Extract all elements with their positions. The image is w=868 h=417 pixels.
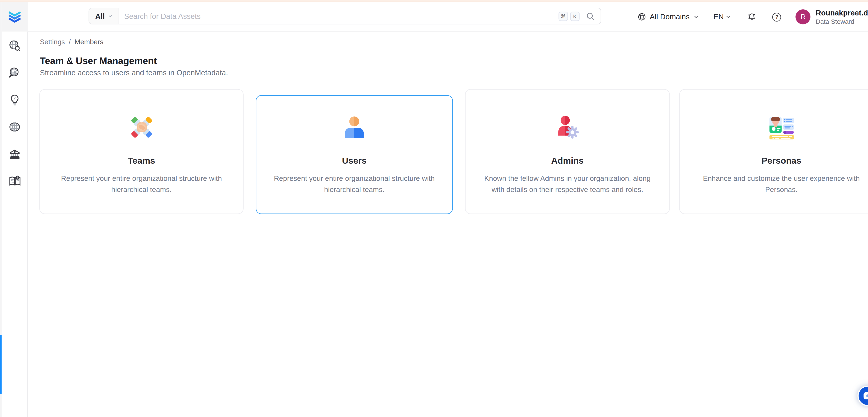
personas-card[interactable]: Personas Enhance and customize the user … bbox=[679, 89, 868, 214]
teams-card[interactable]: Teams Represent your entire organization… bbox=[39, 89, 244, 214]
search-input[interactable] bbox=[119, 12, 559, 20]
card-title: Users bbox=[256, 156, 452, 166]
search-scope-dropdown[interactable]: All bbox=[89, 8, 119, 24]
search-icon[interactable] bbox=[586, 11, 595, 21]
profile-meta: Rounakpreet.d Data Steward bbox=[816, 8, 868, 25]
language-selector[interactable]: EN bbox=[713, 13, 732, 21]
sidebar-nav bbox=[2, 32, 28, 417]
domain-selector-label: All Domains bbox=[650, 13, 690, 21]
user-name: Rounakpreet.d bbox=[816, 8, 868, 18]
lightbulb-icon bbox=[8, 93, 21, 106]
user-role: Data Steward bbox=[816, 18, 868, 25]
chat-icon bbox=[863, 392, 868, 399]
top-accent-strip bbox=[0, 0, 868, 2]
personas-icon bbox=[680, 114, 868, 140]
page-title: Team & User Management bbox=[40, 56, 157, 67]
openmetadata-logo-icon bbox=[7, 8, 22, 26]
notifications-button[interactable] bbox=[747, 12, 757, 22]
k-key-badge: K bbox=[570, 11, 580, 21]
bell-icon bbox=[747, 12, 757, 22]
search-shortcut-group: ⌘ K bbox=[558, 11, 600, 21]
globe-icon bbox=[637, 12, 647, 22]
breadcrumb-members[interactable]: Members bbox=[74, 38, 103, 46]
teams-icon bbox=[40, 114, 243, 140]
language-label: EN bbox=[713, 13, 724, 21]
header: All ⌘ K bbox=[2, 2, 868, 32]
chevron-down-icon bbox=[725, 14, 732, 20]
page-subtitle: Streamline access to users and teams in … bbox=[40, 69, 228, 77]
users-card[interactable]: Users Represent your entire organization… bbox=[256, 95, 453, 214]
app-root: All ⌘ K bbox=[0, 0, 868, 417]
sidebar-scroll-indicator[interactable] bbox=[0, 335, 2, 394]
explore-search-globe-icon bbox=[8, 39, 21, 52]
help-button[interactable]: ? bbox=[773, 12, 781, 21]
card-title: Personas bbox=[680, 156, 868, 166]
sidebar-item-govern[interactable] bbox=[2, 147, 28, 160]
card-description: Represent your entire organizational str… bbox=[256, 173, 452, 195]
avatar: R bbox=[796, 9, 811, 25]
main-content: Settings / Members Team & User Managemen… bbox=[28, 32, 868, 417]
user-profile-menu[interactable]: R Rounakpreet.d Data Steward bbox=[796, 8, 868, 25]
search-scope-label: All bbox=[95, 12, 105, 20]
global-search-bar: All ⌘ K bbox=[89, 8, 601, 24]
chevron-down-icon bbox=[107, 13, 113, 19]
card-title: Teams bbox=[40, 156, 243, 166]
admins-card[interactable]: Admins Known the fellow Admins in your o… bbox=[465, 89, 670, 214]
card-description: Enhance and customize the user experienc… bbox=[680, 173, 868, 195]
breadcrumb-separator: / bbox=[69, 38, 71, 46]
sidebar-item-knowledge[interactable] bbox=[2, 174, 28, 188]
app-logo[interactable] bbox=[2, 2, 28, 32]
sidebar-item-observability[interactable] bbox=[2, 66, 28, 79]
sidebar-item-insights[interactable] bbox=[2, 93, 28, 106]
header-right: All Domains EN ? bbox=[637, 2, 868, 32]
sidebar-item-explore[interactable] bbox=[2, 39, 28, 52]
cmd-key-badge: ⌘ bbox=[558, 11, 568, 21]
bank-icon bbox=[8, 148, 21, 160]
card-description: Represent your entire organizational str… bbox=[40, 173, 243, 195]
card-description: Known the fellow Admins in your organiza… bbox=[466, 173, 669, 195]
sidebar-item-domains[interactable] bbox=[2, 120, 28, 133]
domain-selector[interactable]: All Domains bbox=[637, 12, 699, 22]
chevron-down-icon bbox=[693, 14, 699, 20]
magnifier-chart-icon bbox=[8, 66, 21, 79]
breadcrumb-settings[interactable]: Settings bbox=[40, 38, 65, 46]
question-icon: ? bbox=[773, 12, 781, 21]
card-title: Admins bbox=[466, 156, 669, 166]
domains-globe-icon bbox=[8, 120, 21, 133]
open-book-icon bbox=[8, 174, 21, 188]
admins-icon bbox=[466, 114, 669, 140]
users-icon bbox=[256, 114, 452, 140]
breadcrumb: Settings / Members bbox=[40, 38, 103, 46]
